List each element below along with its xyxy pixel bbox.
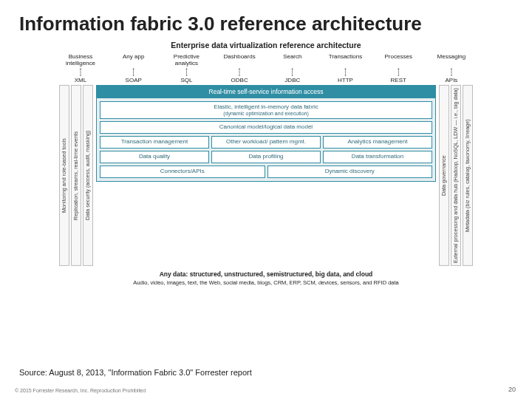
vstrip-governance: Data governance [439,85,449,266]
bidir-arrow-icon: ↑↓ [59,68,102,76]
quality-row: Data quality Data profiling Data transfo… [100,151,432,163]
mgmt-row: Transaction management Other workload/ p… [100,136,432,149]
core-flex: Monitoring and role-based tools Replicat… [59,85,473,266]
consumer-label: Business intelligence [59,54,102,66]
anydata-title: Any data: structured, unstructured, semi… [59,270,473,278]
core-body: Elastic, intelligent in-memory data fabr… [96,98,436,182]
protocol-label: APIs [430,77,473,83]
diagram-container: Enterprise data virtualization reference… [19,41,513,286]
canonical-box: Canonical model/logical data model [100,121,432,134]
copyright-footer: © 2015 Forrester Research, Inc. Reproduc… [15,388,146,393]
protocol-label: REST [377,77,420,83]
consumer-label: Transactions [324,54,367,66]
protocol-label: HTTP [324,77,367,83]
arrow-row: ↑↓ ↑↓ ↑↓ ↑↓ ↑↓ ↑↓ ↑↓ ↑↓ [59,68,473,76]
protocol-label: SOAP [112,77,155,83]
connector-box: Dynamic discovery [267,166,433,178]
bidir-arrow-icon: ↑↓ [112,68,155,76]
elastic-sub: (dynamic optimization and execution) [103,111,429,117]
diagram: Enterprise data virtualization reference… [59,41,473,286]
page-title: Information fabric 3.0 reference archite… [19,13,513,35]
quality-box: Data transformation [323,151,432,163]
vstrip-security: Data security (access, audit, masking) [83,85,93,266]
source-citation: Source: August 8, 2013, "Information Fab… [19,368,252,377]
protocol-label: SQL [165,77,208,83]
bidir-arrow-icon: ↑↓ [165,68,208,76]
right-strips: Data governance External processing and … [439,85,473,266]
mgmt-box: Other workload/ pattern mgmt. [211,136,321,149]
bidir-arrow-icon: ↑↓ [218,68,261,76]
elastic-box: Elastic, intelligent in-memory data fabr… [100,101,432,119]
protocol-label: XML [59,77,102,83]
mgmt-box: Analytics management [323,136,432,149]
left-strips: Monitoring and role-based tools Replicat… [59,85,93,266]
connector-row: Connectors/APIs Dynamic discovery [100,166,432,178]
bidir-arrow-icon: ↑↓ [324,68,367,76]
protocols-row: XML SOAP SQL ODBC JDBC HTTP REST APIs [59,77,473,83]
consumer-label: Search [271,54,314,66]
vstrip-monitoring: Monitoring and role-based tools [59,85,69,266]
elastic-label: Elastic, intelligent in-memory data fabr… [103,104,429,111]
quality-box: Data quality [100,151,209,163]
core-header: Real-time self-service information acces… [96,85,436,98]
consumer-label: Processes [377,54,420,66]
consumers-row: Business intelligence Any app Predictive… [59,54,473,66]
vstrip-metadata: Metadata (biz rules, catalog, taxonomy, … [463,85,473,266]
connector-box: Connectors/APIs [100,166,265,178]
protocol-label: JDBC [271,77,314,83]
anydata-sub: Audio, video, images, text, the Web, soc… [59,279,473,286]
protocol-label: ODBC [218,77,261,83]
consumer-label: Predictive analytics [165,54,208,66]
slide: Information fabric 3.0 reference archite… [0,0,532,399]
consumer-label: Dashboards [218,54,261,66]
consumer-label: Any app [112,54,155,66]
vstrip-replication: Replication, streams, real-time events [71,85,81,266]
quality-box: Data profiling [211,151,321,163]
core-box: Real-time self-service information acces… [96,85,436,266]
bidir-arrow-icon: ↑↓ [377,68,420,76]
vstrip-external-processing: External processing and data hub (Hadoop… [451,85,461,266]
mgmt-box: Transaction management [100,136,209,149]
diagram-heading: Enterprise data virtualization reference… [59,41,473,50]
consumer-label: Messaging [430,54,473,66]
page-number: 20 [508,386,516,393]
bidir-arrow-icon: ↑↓ [271,68,314,76]
bidir-arrow-icon: ↑↓ [430,68,473,76]
